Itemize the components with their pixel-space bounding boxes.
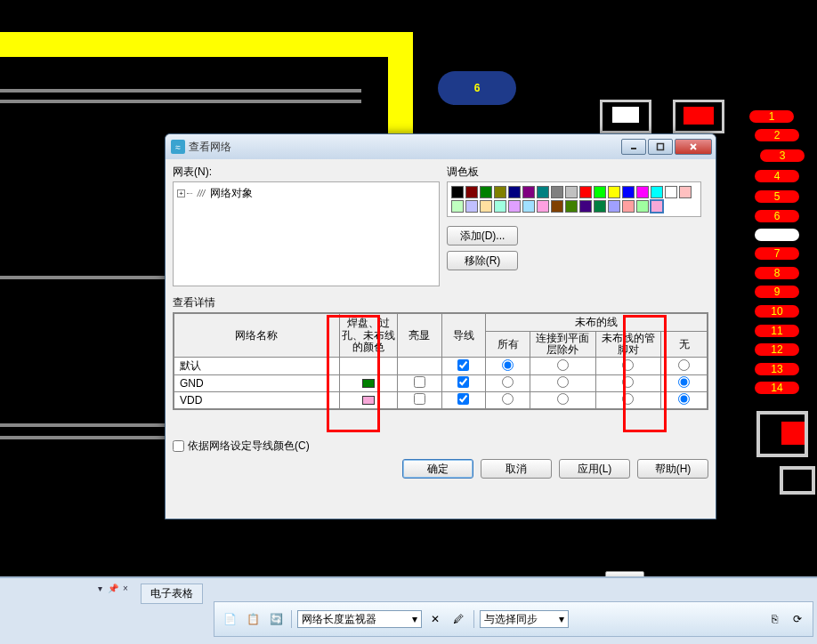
unrouted-radio[interactable] [557,376,569,388]
unrouted-radio[interactable] [502,393,514,405]
color-swatch[interactable] [551,200,563,213]
unrouted-radio[interactable] [678,359,690,371]
tool-icon[interactable]: 📄 [220,609,239,629]
tree-root-row[interactable]: + /// 网络对象 [177,186,435,201]
highlight-checkbox[interactable] [414,393,425,405]
wire-checkbox[interactable] [457,376,469,388]
color-swatch[interactable] [608,186,620,198]
cell-radio-unrouted_pair[interactable] [595,392,661,409]
cell-radio-unrouted_pair[interactable] [595,358,661,375]
apply-button[interactable]: 应用(L) [559,459,630,479]
cell-net-name[interactable]: 默认 [174,358,340,375]
unrouted-radio[interactable] [502,376,514,388]
cell-color[interactable] [339,375,397,392]
unrouted-radio[interactable] [622,393,634,405]
help-button[interactable]: 帮助(H) [637,459,708,479]
netlist-tree[interactable]: + /// 网络对象 [173,181,440,286]
tool-icon[interactable]: ⟳ [788,609,807,629]
color-swatch[interactable] [636,186,649,198]
cell-radio-all[interactable] [486,392,530,409]
set-wire-color-label[interactable]: 依据网络设定导线颜色(C) [188,439,310,454]
color-swatch[interactable] [665,186,677,198]
color-swatch[interactable] [651,200,663,213]
remove-button[interactable]: 移除(R) [447,251,518,270]
cell-highlight[interactable] [397,358,441,375]
color-swatch[interactable] [579,200,592,213]
panel-pin-area[interactable]: ▾ 📌 × [98,584,128,593]
ok-button[interactable]: 确定 [402,459,473,479]
cell-color[interactable] [339,392,397,409]
color-swatch[interactable] [522,186,535,198]
tool-icon[interactable]: 🖉 [449,609,468,629]
tool-icon[interactable]: 📋 [243,609,263,629]
color-swatch[interactable] [651,186,663,198]
cell-net-name[interactable]: VDD [174,392,340,409]
color-swatch[interactable] [508,200,521,213]
color-swatch[interactable] [636,200,649,213]
wire-checkbox[interactable] [457,393,469,405]
cell-radio-none[interactable] [661,392,708,409]
cell-net-name[interactable]: GND [174,375,340,392]
cell-wire[interactable] [441,358,486,375]
color-swatch[interactable] [451,186,464,198]
color-swatch[interactable] [465,186,478,198]
tool-icon[interactable]: ⎘ [764,609,784,629]
color-swatch[interactable] [480,200,492,213]
unrouted-radio[interactable] [557,359,569,371]
maximize-button[interactable] [648,139,673,155]
cell-highlight[interactable] [397,375,441,392]
close-button[interactable] [675,139,712,155]
tool-icon[interactable]: ✕ [425,609,445,629]
color-swatch[interactable] [608,200,620,213]
color-swatch[interactable] [451,200,464,213]
add-button[interactable]: 添加(D)... [447,226,518,246]
color-swatch[interactable] [679,186,692,198]
unrouted-radio[interactable] [502,359,514,371]
cell-highlight[interactable] [397,392,441,409]
unrouted-radio[interactable] [622,359,634,371]
unrouted-radio[interactable] [557,393,569,405]
color-swatch[interactable] [480,186,492,198]
wire-checkbox[interactable] [457,359,469,371]
color-swatch[interactable] [522,200,535,213]
cell-radio-except_plane[interactable] [530,358,596,375]
cell-radio-all[interactable] [486,375,530,392]
cell-radio-none[interactable] [661,358,708,375]
sync-combo[interactable]: 与选择同步▾ [480,610,569,628]
color-swatch[interactable] [551,186,563,198]
unrouted-radio[interactable] [678,393,690,405]
color-swatch[interactable] [594,186,606,198]
cell-wire[interactable] [441,375,486,392]
cell-radio-except_plane[interactable] [530,392,596,409]
titlebar[interactable]: ≈ 查看网络 [166,134,716,159]
cell-radio-none[interactable] [661,375,708,392]
color-swatch[interactable] [579,186,592,198]
trace [0,100,361,103]
color-swatch[interactable] [508,186,521,198]
cell-radio-all[interactable] [486,358,530,375]
color-swatch[interactable] [537,186,549,198]
monitor-combo[interactable]: 网络长度监视器▾ [297,610,422,628]
spreadsheet-tab[interactable]: 电子表格 [141,584,203,604]
set-wire-color-checkbox[interactable] [173,440,184,452]
cell-wire[interactable] [441,392,486,409]
refresh-icon[interactable]: 🔄 [266,609,286,629]
cancel-button[interactable]: 取消 [481,459,552,479]
cell-radio-except_plane[interactable] [530,375,596,392]
color-swatch[interactable] [622,186,635,198]
highlight-checkbox[interactable] [414,376,425,388]
color-swatch[interactable] [565,200,578,213]
unrouted-radio[interactable] [622,376,634,388]
color-swatch[interactable] [494,200,506,213]
color-swatch[interactable] [537,200,549,213]
color-swatch[interactable] [594,200,606,213]
cell-color[interactable] [339,358,397,375]
minimize-button[interactable] [621,139,646,155]
color-swatch[interactable] [565,186,578,198]
expand-icon[interactable]: + [177,189,185,197]
color-swatch[interactable] [465,200,478,213]
color-swatch[interactable] [622,200,635,213]
unrouted-radio[interactable] [678,376,690,388]
cell-radio-unrouted_pair[interactable] [595,375,661,392]
color-swatch[interactable] [494,186,506,198]
